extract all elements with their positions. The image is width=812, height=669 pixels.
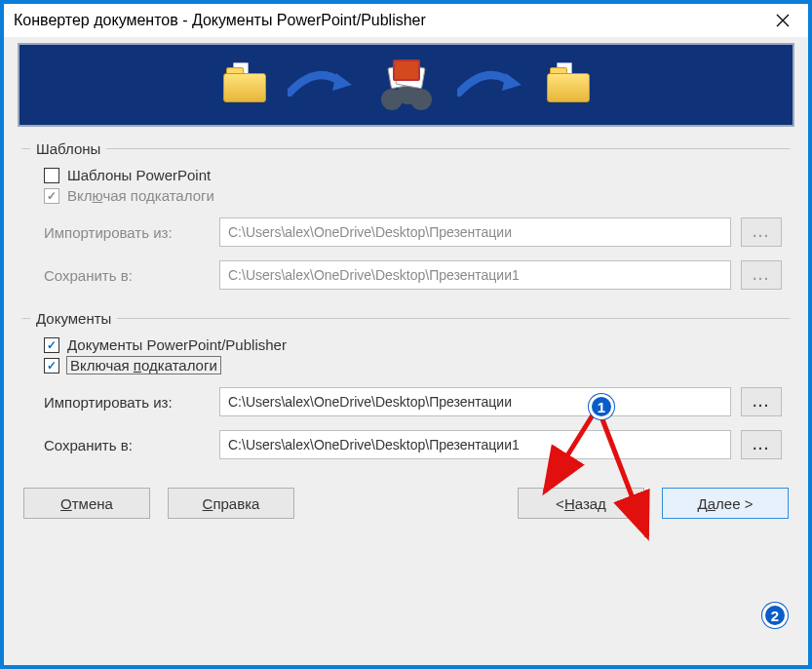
templates-ppt-checkbox[interactable]	[44, 168, 59, 183]
window-title: Конвертер документов - Документы PowerPo…	[14, 12, 426, 29]
arrow-icon	[457, 67, 525, 102]
templates-legend: Шаблоны	[30, 140, 106, 157]
templates-subdirs-label: Включая подкаталоги	[67, 187, 214, 204]
folder-source-icon	[223, 67, 266, 102]
documents-save-label: Сохранить в:	[44, 437, 210, 453]
close-button[interactable]	[763, 7, 802, 34]
next-button[interactable]: Далее >	[662, 488, 789, 519]
annotation-bubble-2: 2	[762, 603, 788, 628]
templates-subdirs-checkbox: ✓	[44, 188, 59, 204]
templates-save-browse-button: ...	[741, 260, 782, 290]
documents-legend: Документы	[30, 310, 117, 327]
back-button[interactable]: < Назад	[518, 488, 644, 519]
documents-import-label: Импортировать из:	[44, 394, 210, 411]
banner	[4, 37, 808, 140]
templates-group: Шаблоны Шаблоны PowerPoint ✓ Включая под…	[21, 140, 791, 304]
documents-save-input[interactable]: C:\Users\alex\OneDrive\Desktop\Презентац…	[219, 430, 731, 459]
arrow-icon	[288, 67, 356, 102]
help-button[interactable]: Справка	[168, 488, 294, 519]
documents-group: Документы ✓ Документы PowerPoint/Publish…	[21, 310, 791, 474]
annotation-bubble-1: 1	[589, 394, 614, 419]
templates-import-input: C:\Users\alex\OneDrive\Desktop\Презентац…	[219, 217, 731, 247]
templates-save-input: C:\Users\alex\OneDrive\Desktop\Презентац…	[219, 260, 731, 290]
conversion-icon	[377, 59, 436, 110]
templates-import-label: Импортировать из:	[44, 224, 210, 241]
close-icon	[776, 14, 790, 27]
documents-save-browse-button[interactable]: ...	[741, 430, 782, 459]
documents-ppt-label: Документы PowerPoint/Publisher	[67, 336, 287, 353]
templates-ppt-label: Шаблоны PowerPoint	[67, 167, 211, 183]
documents-ppt-checkbox[interactable]: ✓	[44, 337, 59, 353]
templates-import-browse-button: ...	[741, 217, 782, 247]
documents-subdirs-label: Включая подкаталоги	[67, 357, 220, 374]
cancel-button[interactable]: Отмена	[23, 488, 150, 519]
documents-subdirs-checkbox[interactable]: ✓	[44, 358, 59, 374]
documents-import-input[interactable]: C:\Users\alex\OneDrive\Desktop\Презентац…	[219, 387, 731, 416]
templates-save-label: Сохранить в:	[44, 267, 210, 284]
folder-dest-icon	[547, 67, 590, 102]
documents-import-browse-button[interactable]: ...	[741, 387, 782, 416]
